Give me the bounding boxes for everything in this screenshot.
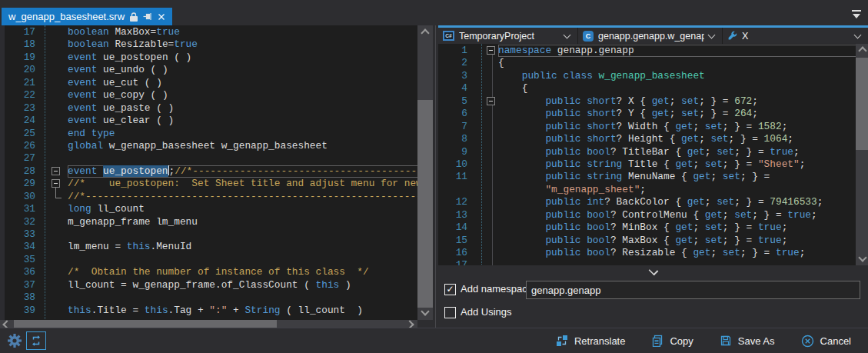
cancel-button[interactable]: Cancel	[801, 335, 851, 348]
code-text[interactable]: //*-------------------------------------…	[68, 191, 417, 203]
code-text[interactable]: boolean Resizable=true	[68, 38, 417, 51]
copy-button[interactable]: Copy	[651, 335, 693, 347]
code-line[interactable]: 5 public short? X { get; set; } = 672;	[438, 95, 856, 108]
code-text[interactable]: public string MenuName { get; set; } =	[498, 171, 856, 183]
code-line[interactable]: 2{	[438, 57, 856, 69]
code-text[interactable]: public short? Y { get; set; } = 264;	[498, 108, 856, 120]
pin-icon[interactable]	[143, 12, 152, 21]
right-vertical-scrollbar-thumb[interactable]	[856, 58, 868, 150]
fold-collapse-icon[interactable]	[52, 167, 60, 175]
code-line[interactable]: 33	[0, 228, 417, 241]
add-usings-checkbox[interactable]	[444, 307, 456, 318]
code-text[interactable]: ll_count = w_genapp_frame.of_ClassCount …	[68, 279, 417, 291]
code-line[interactable]: 17boolean MaxBox=true	[0, 26, 417, 38]
code-line[interactable]: 35	[0, 254, 417, 266]
code-line[interactable]: 26global w_genapp_basesheet w_genapp_bas…	[0, 140, 417, 152]
code-line[interactable]: 4 {	[438, 82, 856, 95]
code-text[interactable]: public short? Height { get; set; } = 106…	[498, 133, 856, 145]
code-text[interactable]: {	[498, 82, 856, 95]
code-text[interactable]: public bool? TitleBar { get; set; } = tr…	[498, 146, 856, 158]
code-line[interactable]: 34lm_menu = this.MenuId	[0, 241, 417, 253]
code-text[interactable]: event ue_clear ( )	[68, 115, 417, 127]
code-line[interactable]: 32m_genapp_frame lm_menu	[0, 216, 417, 228]
code-line[interactable]: 23event ue_paste ( )	[0, 102, 417, 115]
code-line[interactable]: 11 public string MenuName { get; set; } …	[438, 171, 856, 183]
code-text[interactable]: public string Title { get; set; } = "She…	[498, 158, 856, 171]
code-text[interactable]: public short? X { get; set; } = 672;	[498, 95, 856, 108]
code-line[interactable]: 18boolean Resizable=true	[0, 38, 417, 51]
code-text[interactable]	[68, 291, 417, 304]
code-line[interactable]: 12 public int? BackColor { get; set; } =…	[438, 196, 856, 208]
code-text[interactable]: event ue_cut ( )	[68, 77, 417, 89]
code-text[interactable]: lm_menu = this.MenuId	[68, 241, 417, 253]
code-line[interactable]: 16 public bool? Resizable { get; set; } …	[438, 247, 856, 259]
left-horizontal-scrollbar-thumb[interactable]	[14, 320, 277, 328]
left-horizontal-scrollbar[interactable]	[0, 320, 417, 328]
fold-collapse-icon[interactable]	[487, 97, 495, 105]
code-line[interactable]: 3 public class w_genapp_basesheet	[438, 70, 856, 82]
scroll-up-arrow-icon[interactable]	[421, 28, 429, 37]
code-line[interactable]: "m_genapp_sheet";	[438, 184, 856, 196]
code-text[interactable]: long ll_count	[68, 203, 417, 215]
code-line[interactable]: 8 public short? Height { get; set; } = 1…	[438, 133, 856, 145]
code-line[interactable]: 39this.Title = this.Tag + ":" + String (…	[0, 305, 417, 317]
code-text[interactable]	[68, 254, 417, 266]
translated-editor[interactable]: 1namespace genapp.genapp2{3 public class…	[438, 44, 856, 266]
scroll-down-arrow-icon[interactable]	[858, 253, 866, 261]
code-text[interactable]: event ue_undo ( )	[68, 64, 417, 76]
code-line[interactable]: 37ll_count = w_genapp_frame.of_ClassCoun…	[0, 279, 417, 291]
code-text[interactable]: "m_genapp_sheet";	[498, 184, 856, 196]
expand-code-chevron[interactable]	[438, 265, 868, 275]
code-text[interactable]: public bool? MinBox { get; set; } = true…	[498, 221, 856, 234]
fold-collapse-icon[interactable]	[487, 46, 495, 55]
code-text[interactable]: public short? Width { get; set; } = 1582…	[498, 121, 856, 133]
retranslate-button[interactable]: Retranslate	[556, 335, 625, 347]
code-text[interactable]: event ue_paste ( )	[68, 102, 417, 115]
code-text[interactable]: boolean MaxBox=true	[68, 26, 417, 38]
class-dropdown[interactable]: C genapp.genapp.w_genap	[578, 28, 723, 44]
code-line[interactable]: 28event ue_postopen;//*-----------------…	[0, 165, 417, 178]
namespace-input[interactable]	[526, 281, 860, 299]
code-text[interactable]: /* Obtain the number of instance of this…	[68, 266, 417, 278]
code-text[interactable]: namespace genapp.genapp	[498, 45, 856, 57]
code-line[interactable]: 24event ue_clear ( )	[0, 115, 417, 127]
code-text[interactable]	[68, 228, 417, 241]
code-text[interactable]: this.Title = this.Tag + ":" + String ( l…	[68, 305, 417, 317]
save-as-button[interactable]: Save As	[720, 335, 775, 347]
code-line[interactable]: 7 public short? Width { get; set; } = 15…	[438, 121, 856, 133]
code-line[interactable]: 14 public bool? MinBox { get; set; } = t…	[438, 221, 856, 234]
code-line[interactable]: 38	[0, 291, 417, 304]
code-line[interactable]: 25end type	[0, 128, 417, 140]
left-vertical-scrollbar[interactable]	[417, 25, 433, 320]
code-line[interactable]: 27	[0, 152, 417, 165]
code-text[interactable]: m_genapp_frame lm_menu	[68, 216, 417, 228]
code-line[interactable]: 6 public short? Y { get; set; } = 264;	[438, 108, 856, 120]
code-line[interactable]: 31long ll_count	[0, 203, 417, 215]
code-text[interactable]: event ue_copy ( )	[68, 89, 417, 102]
scroll-down-arrow-icon[interactable]	[421, 307, 429, 315]
code-text[interactable]: public bool? MaxBox { get; set; } = true…	[498, 235, 856, 247]
scroll-up-arrow-icon[interactable]	[858, 46, 866, 55]
right-vertical-scrollbar[interactable]	[856, 44, 868, 265]
code-text[interactable]: event ue_postopen ( )	[68, 52, 417, 64]
close-icon[interactable]	[158, 13, 165, 21]
document-tab[interactable]: w_genapp_basesheet.srw	[2, 8, 172, 25]
source-editor[interactable]: 17boolean MaxBox=true18boolean Resizable…	[0, 25, 417, 321]
fold-collapse-icon[interactable]	[52, 179, 60, 188]
code-line[interactable]: 29//* ue_postopen: Set Sheet title and a…	[0, 178, 417, 190]
code-line[interactable]: 20event ue_undo ( )	[0, 64, 417, 76]
code-text[interactable]: event ue_postopen;//*-------------------…	[68, 165, 417, 178]
code-line[interactable]: 9 public bool? TitleBar { get; set; } = …	[438, 146, 856, 158]
code-line[interactable]: 21event ue_cut ( )	[0, 77, 417, 89]
code-text[interactable]: public bool? Resizable { get; set; } = t…	[498, 247, 856, 259]
add-namespace-checkbox[interactable]: ✓	[444, 284, 456, 295]
auto-refresh-toggle[interactable]	[26, 331, 46, 350]
left-vertical-scrollbar-thumb[interactable]	[417, 100, 433, 308]
code-line[interactable]: 19event ue_postopen ( )	[0, 52, 417, 64]
code-line[interactable]: 15 public bool? MaxBox { get; set; } = t…	[438, 235, 856, 247]
window-list-dropdown-icon[interactable]	[850, 9, 863, 20]
code-text[interactable]: public bool? ControlMenu { get; set; } =…	[498, 209, 856, 221]
project-dropdown[interactable]: C# TemporaryProject	[438, 28, 578, 44]
code-line[interactable]: 22event ue_copy ( )	[0, 89, 417, 102]
code-text[interactable]: end type	[68, 128, 417, 140]
